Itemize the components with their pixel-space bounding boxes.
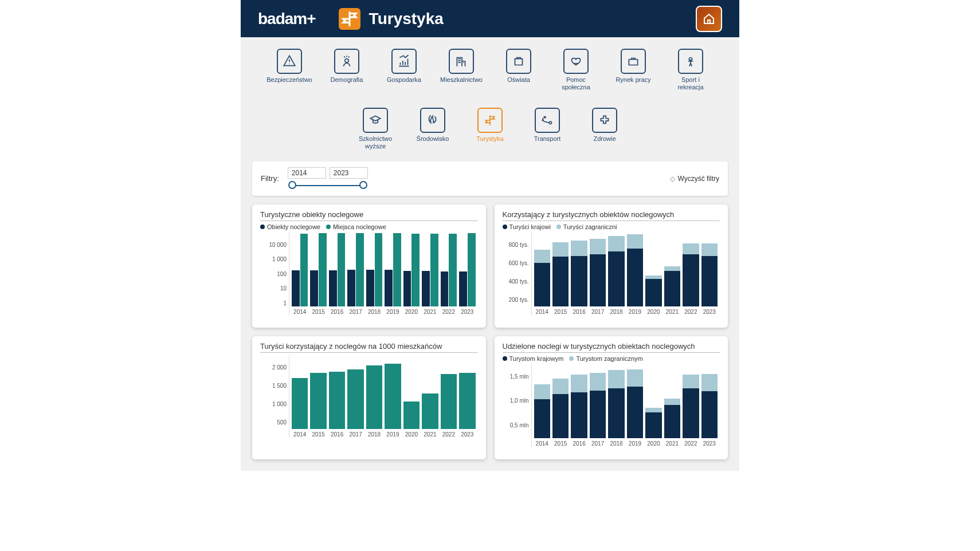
bar-segment[interactable] <box>645 279 661 306</box>
bar-segment[interactable] <box>701 374 718 391</box>
nav-label: Demografia <box>331 76 363 84</box>
x-tick: 2014 <box>293 309 306 315</box>
bar[interactable] <box>385 270 393 306</box>
bar-segment[interactable] <box>590 373 606 391</box>
nav-item-labor[interactable]: Rynek pracy <box>613 49 653 90</box>
bar-segment[interactable] <box>552 242 569 257</box>
bar[interactable] <box>403 271 411 306</box>
bar[interactable] <box>292 378 308 428</box>
bar-segment[interactable] <box>571 256 587 306</box>
bar-segment[interactable] <box>552 257 569 306</box>
bar-segment[interactable] <box>608 370 624 388</box>
bar-segment[interactable] <box>664 266 680 271</box>
bar[interactable] <box>292 270 300 306</box>
bar-segment[interactable] <box>627 369 643 387</box>
bar[interactable] <box>310 373 326 428</box>
bar[interactable] <box>393 233 401 306</box>
bar-segment[interactable] <box>534 399 550 438</box>
bar-segment[interactable] <box>608 388 624 438</box>
bar-segment[interactable] <box>534 263 550 306</box>
bar[interactable] <box>422 393 438 428</box>
bar-segment[interactable] <box>608 251 624 306</box>
bar[interactable] <box>300 234 308 306</box>
bar-segment[interactable] <box>683 254 699 306</box>
bar[interactable] <box>430 234 438 306</box>
bar[interactable] <box>310 270 318 306</box>
bar[interactable] <box>347 270 355 306</box>
nav-item-housing[interactable]: Mieszkalnictwo <box>441 49 481 90</box>
bar-segment[interactable] <box>683 243 699 254</box>
bar[interactable] <box>329 270 337 306</box>
bar-segment[interactable] <box>608 236 624 251</box>
bar[interactable] <box>347 369 363 429</box>
nav-item-sport[interactable]: Sport i rekreacja <box>671 49 711 90</box>
nav-item-demography[interactable]: Demografia <box>327 49 367 90</box>
nav-item-economy[interactable]: Gospodarka <box>384 49 424 90</box>
nav-label: Mieszkalnictwo <box>440 76 483 84</box>
bar-segment[interactable] <box>627 249 643 306</box>
x-tick: 2023 <box>703 309 716 315</box>
bar-segment[interactable] <box>571 241 587 256</box>
nav-label: Oświata <box>507 76 530 84</box>
bar-segment[interactable] <box>590 391 606 438</box>
year-to-input[interactable]: 2023 <box>330 167 368 179</box>
x-tick: 2017 <box>591 440 604 447</box>
slider-thumb-to[interactable] <box>359 181 367 189</box>
bar-segment[interactable] <box>552 379 569 393</box>
nav-item-env[interactable]: Środowisko <box>413 108 453 149</box>
bar-segment[interactable] <box>534 384 550 399</box>
bar[interactable] <box>422 271 430 306</box>
bar[interactable] <box>449 234 457 306</box>
bar-segment[interactable] <box>552 394 569 438</box>
bar[interactable] <box>375 233 383 306</box>
bar-segment[interactable] <box>701 391 718 438</box>
bar[interactable] <box>366 270 374 306</box>
bar-segment[interactable] <box>571 375 587 392</box>
nav-label: Rynek pracy <box>616 76 650 84</box>
slider-thumb-from[interactable] <box>288 181 296 189</box>
bar[interactable] <box>338 233 346 306</box>
bar-segment[interactable] <box>627 234 643 248</box>
home-button[interactable] <box>696 6 722 32</box>
bar[interactable] <box>319 233 327 306</box>
nav-item-education[interactable]: Oświata <box>499 49 539 90</box>
bar-segment[interactable] <box>645 408 661 412</box>
bar-segment[interactable] <box>534 250 550 263</box>
nav-item-transport[interactable]: Transport <box>527 108 567 149</box>
bar[interactable] <box>459 373 475 428</box>
nav-item-safety[interactable]: Bezpieczeństwo <box>269 49 309 90</box>
bar-segment[interactable] <box>701 243 718 256</box>
bar-segment[interactable] <box>664 405 680 438</box>
year-from-input[interactable]: 2014 <box>288 167 326 179</box>
bar-segment[interactable] <box>683 375 699 388</box>
bar[interactable] <box>459 271 467 306</box>
bar-segment[interactable] <box>627 387 643 438</box>
bar[interactable] <box>356 233 364 306</box>
bar-group: 2023 <box>459 356 475 438</box>
chart-title: Turystyczne obiekty noclegowe <box>260 210 478 221</box>
nav-item-social[interactable]: Pomoc społeczna <box>556 49 596 90</box>
bar-group: 2015 <box>552 365 569 447</box>
bar[interactable] <box>385 364 401 429</box>
bar[interactable] <box>329 372 345 429</box>
bar-segment[interactable] <box>645 412 661 438</box>
bar-segment[interactable] <box>645 276 661 280</box>
nav-item-tourism[interactable]: Turystyka <box>470 108 510 149</box>
bar-segment[interactable] <box>571 392 587 438</box>
bar-segment[interactable] <box>701 256 718 306</box>
bar[interactable] <box>441 271 449 306</box>
bar[interactable] <box>366 365 382 428</box>
bar[interactable] <box>403 402 420 428</box>
bar[interactable] <box>468 233 476 306</box>
year-range-slider[interactable]: 2014 2023 <box>288 167 368 190</box>
bar-segment[interactable] <box>590 254 606 306</box>
bar[interactable] <box>441 374 457 429</box>
bar-segment[interactable] <box>664 399 680 405</box>
bar-segment[interactable] <box>683 388 699 438</box>
bar-segment[interactable] <box>590 239 606 254</box>
bar-segment[interactable] <box>664 271 680 306</box>
clear-filters-button[interactable]: Wyczyść filtry <box>670 175 719 183</box>
nav-item-health[interactable]: Zdrowie <box>585 108 625 149</box>
bar[interactable] <box>411 234 420 306</box>
nav-item-higher[interactable]: Szkolnictwo wyższe <box>355 108 395 149</box>
